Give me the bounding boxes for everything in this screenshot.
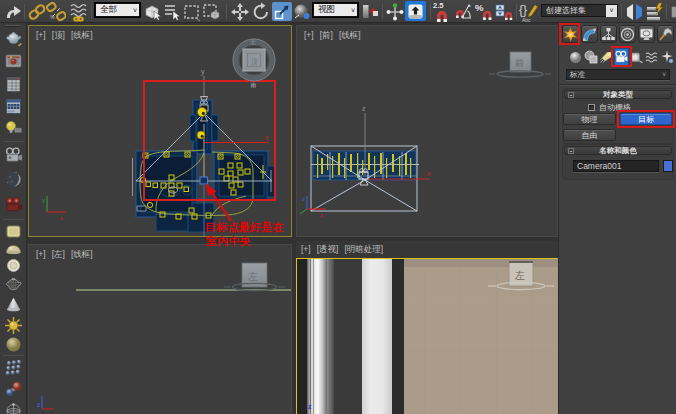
reference-coordinate-dropdown[interactable]: 视图 ˅ [313,3,358,17]
physical-camera-button[interactable]: 物理 [563,113,616,125]
select-by-name-icon[interactable] [162,1,182,22]
table-icon[interactable] [4,75,23,94]
viewport-shading-button[interactable]: [线框] [71,30,93,42]
layers-icon[interactable] [645,1,665,22]
viewcube[interactable]: 左 [224,263,285,291]
named-selection-set-value: 创建选择集 [546,5,586,16]
svg-text:x: x [60,215,63,221]
autogrid-checkbox[interactable] [588,104,595,111]
sphere-icon[interactable] [4,335,23,354]
category-cameras[interactable] [614,48,629,66]
category-geometry[interactable] [568,48,583,66]
toolbar-cut-icon[interactable] [670,1,676,22]
svg-text:y: y [42,197,45,203]
viewcube[interactable]: 左 [488,262,554,290]
tab-motion[interactable] [619,25,636,43]
spinner-snap-icon[interactable] [494,1,514,22]
viewport-shading-button[interactable]: [线框] [71,249,93,261]
object-name-field[interactable]: Camera001 [573,160,659,172]
category-lights[interactable] [598,48,613,66]
camera-target[interactable] [200,177,208,184]
unlink-icon[interactable]: % [46,1,66,22]
viewcube-face-label: 左 [515,270,525,281]
tab-modify[interactable] [581,25,598,43]
panel-separator [559,84,676,85]
render-window-icon[interactable] [4,52,23,71]
viewport-persp[interactable]: 左 z [296,258,558,414]
left-viewport-scene: 左 z [29,245,291,414]
axis-z-label: z [37,401,41,408]
category-space-warps[interactable] [644,48,659,66]
viewport-menu-button[interactable]: [+] [36,249,46,261]
rollout-name-color-header[interactable]: - 名称和颜色 [564,146,672,155]
chevron-down-icon: ˅ [345,7,355,14]
atom-icon[interactable] [4,402,23,414]
named-sets-icon[interactable]: {}Abc [519,1,539,22]
keyboard-override-icon[interactable] [405,1,426,21]
viewport-menu-button[interactable]: [+] [301,244,311,256]
redo-icon[interactable] [4,1,24,22]
move-icon[interactable] [230,1,250,22]
target-camera-button[interactable]: 目标 [620,113,672,125]
viewport-top[interactable]: [+] [顶] [线框] [28,25,292,237]
use-center-icon[interactable] [360,1,380,22]
named-selection-set-dropdown[interactable]: 创建选择集 ˅ [541,4,618,17]
viewport-view-button[interactable]: [前] [320,30,333,42]
viewport-view-button[interactable]: [左] [52,249,65,261]
table-blue-icon[interactable] [4,97,23,116]
viewport-menu-button[interactable]: [+] [304,30,314,42]
tab-create[interactable] [562,25,579,43]
object-color-swatch[interactable] [663,160,673,172]
tab-display[interactable] [638,25,655,43]
viewport-view-button[interactable]: [顶] [52,30,65,42]
cone-icon[interactable] [4,295,23,314]
videocam-red-icon[interactable] [4,195,23,214]
percent-snap-icon[interactable]: % [474,1,494,22]
free-camera-button[interactable]: 自由 [563,129,616,141]
viewport-menu-button[interactable]: [+] [36,30,46,42]
mirror-icon[interactable] [625,1,645,22]
tab-hierarchy[interactable] [600,25,617,43]
camera-class-dropdown[interactable]: 标准 ˅ [566,69,670,80]
category-shapes[interactable] [583,48,598,66]
viewcube[interactable]: 前 [489,52,551,77]
rect-region-icon[interactable] [182,1,202,22]
moon-icon[interactable]: * [4,170,23,189]
rotate-icon[interactable] [251,1,271,22]
teapot-icon[interactable] [4,29,23,48]
window-crossing-icon[interactable] [202,1,222,22]
select-place-icon[interactable] [385,1,405,22]
angle-snap-icon[interactable] [453,1,473,22]
select-object-icon[interactable] [143,1,163,22]
viewport-shading-button[interactable]: [明暗处理] [344,244,383,256]
tab-utilities[interactable] [657,25,674,43]
rollout-name-color: - 名称和颜色 Camera001 [562,144,674,180]
selection-filter-dropdown[interactable]: 全部 ˅ [95,3,140,17]
category-systems[interactable] [659,48,674,66]
viewport-top-label: [+] [顶] [线框] [36,30,93,42]
molecule-icon[interactable] [4,380,23,399]
viewport-left[interactable]: [+] [左] [线框] 左 z [28,244,292,414]
toolbar-grip[interactable] [6,25,20,27]
category-helpers[interactable] [629,48,644,66]
sun-icon[interactable] [4,316,23,335]
toolbar-separator [3,355,24,356]
viewport-persp-labelbar: [+] [透视] [明暗处理] [296,241,558,258]
snaps-toggle-icon[interactable]: 2.5 [432,1,452,22]
sphere-array-icon[interactable] [4,359,23,378]
viewport-view-button[interactable]: [透视] [317,244,339,256]
ring-icon[interactable] [4,256,23,275]
viewport-front-label: [+] [前] [线框] [304,30,361,42]
scale-icon[interactable] [272,2,292,21]
svg-text:%: % [50,14,55,20]
bulb-icon[interactable] [4,119,23,138]
manipulate-icon[interactable] [292,1,312,22]
viewport-shading-button[interactable]: [线框] [339,30,361,42]
videocam-icon[interactable] [4,146,23,165]
toolbar-separator [666,4,667,19]
teapot-wire-icon[interactable] [4,275,23,294]
viewport-front[interactable]: [+] [前] [线框] [296,25,558,237]
bind-spacewarp-icon[interactable] [69,1,89,22]
rollout-object-type-header[interactable]: - 对象类型 [564,90,672,99]
link-icon[interactable] [27,1,47,22]
